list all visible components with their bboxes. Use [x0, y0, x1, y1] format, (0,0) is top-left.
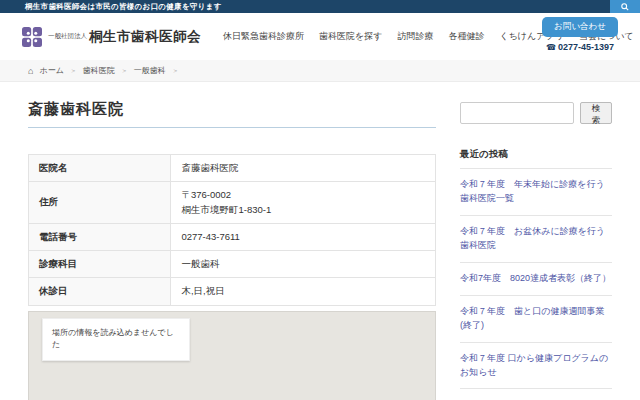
address-value: 〒376-0002 桐生市境野町1-830-1 — [171, 182, 436, 224]
phone-number-text: 0277-45-1397 — [558, 42, 614, 52]
breadcrumb-dental-clinic[interactable]: 歯科医院 — [83, 65, 115, 76]
table-row: 医院名 斎藤歯科医院 — [29, 155, 436, 182]
table-row: 診療科目 一般歯科 — [29, 251, 436, 278]
breadcrumb-separator: ＞ — [70, 66, 77, 76]
breadcrumb: ⌂ ホーム ＞ 歯科医院 ＞ 一般歯科 ＞ — [0, 60, 640, 82]
recent-post-link-health-program[interactable]: 令和７年度 口から健康プログラムのお知らせ — [460, 343, 612, 390]
search-icon — [621, 3, 629, 11]
map-placeholder[interactable]: 場所の情報を読み込めませんでした — [28, 311, 436, 400]
breadcrumb-home[interactable]: ホーム — [39, 65, 63, 76]
table-row: 休診日 木,日,祝日 — [29, 278, 436, 305]
nav-item-checkups[interactable]: 各種健診 — [448, 30, 484, 43]
department-value: 一般歯科 — [171, 251, 436, 278]
association-logo-icon — [22, 27, 42, 47]
recent-post-link-newyear[interactable]: 令和７年度 年末年始に診療を行う歯科医院一覧 — [460, 169, 612, 216]
recent-post-link-obon[interactable]: 令和７年度 お盆休みに診療を行う歯科医院 — [460, 216, 612, 263]
sidebar: 検索 最近の投稿 令和７年度 年末年始に診療を行う歯科医院一覧 令和７年度 お盆… — [460, 82, 612, 400]
phone-number: ☎0277-45-1397 — [546, 42, 614, 52]
breadcrumb-general-dentistry[interactable]: 一般歯科 — [134, 65, 166, 76]
department-label: 診療科目 — [29, 251, 171, 278]
closed-days-value: 木,日,祝日 — [171, 278, 436, 305]
table-row: 住所 〒376-0002 桐生市境野町1-830-1 — [29, 182, 436, 224]
recent-post-link-8020-award[interactable]: 令和7年度 8020達成者表彰（終了） — [460, 263, 612, 296]
phone-label: 電話番号 — [29, 223, 171, 250]
address-label: 住所 — [29, 182, 171, 224]
recent-post-link-health-week[interactable]: 令和７年度 歯と口の健康週間事業(終了) — [460, 296, 612, 343]
site-title: 桐生市歯科医師会 — [89, 28, 201, 46]
clinic-name-value: 斎藤歯科医院 — [171, 155, 436, 182]
search-input[interactable] — [460, 102, 574, 124]
site-brand[interactable]: 一般社団法人 桐生市歯科医師会 — [48, 28, 201, 46]
breadcrumb-separator: ＞ — [121, 66, 128, 76]
map-error-message: 場所の情報を読み込めませんでした — [42, 318, 190, 362]
nav-item-find-clinic[interactable]: 歯科医院を探す — [319, 30, 382, 43]
org-type-label: 一般社団法人 — [48, 32, 87, 41]
clinic-name-label: 医院名 — [29, 155, 171, 182]
closed-days-label: 休診日 — [29, 278, 171, 305]
search-button[interactable]: 検索 — [580, 102, 612, 124]
contact-button[interactable]: お問い合わせ — [542, 17, 618, 37]
content-area: 斎藤歯科医院 医院名 斎藤歯科医院 住所 〒376-0002 桐生市境野町1-8… — [0, 82, 640, 400]
table-row: 電話番号 0277-43-7611 — [29, 223, 436, 250]
clinic-info-table: 医院名 斎藤歯科医院 住所 〒376-0002 桐生市境野町1-830-1 電話… — [28, 154, 436, 306]
search-toggle-button[interactable] — [610, 0, 640, 13]
phone-icon: ☎ — [546, 43, 556, 52]
site-tagline: 桐生市歯科医師会は市民の皆様のお口の健康を守ります — [0, 2, 222, 12]
top-bar: 桐生市歯科医師会は市民の皆様のお口の健康を守ります — [0, 0, 640, 13]
page-title: 斎藤歯科医院 — [28, 100, 436, 128]
nav-item-emergency-clinic[interactable]: 休日緊急歯科診療所 — [223, 30, 304, 43]
sidebar-search: 検索 — [460, 102, 612, 124]
breadcrumb-separator: ＞ — [172, 66, 179, 76]
header-contact-block: お問い合わせ ☎0277-45-1397 — [542, 17, 618, 52]
phone-value: 0277-43-7611 — [171, 223, 436, 250]
recent-posts-heading: 最近の投稿 — [460, 148, 612, 169]
home-icon: ⌂ — [28, 66, 33, 76]
site-header: 一般社団法人 桐生市歯科医師会 休日緊急歯科診療所 歯科医院を探す 訪問診療 各… — [0, 13, 640, 60]
nav-item-visiting-care[interactable]: 訪問診療 — [397, 30, 433, 43]
main-column: 斎藤歯科医院 医院名 斎藤歯科医院 住所 〒376-0002 桐生市境野町1-8… — [28, 82, 436, 400]
